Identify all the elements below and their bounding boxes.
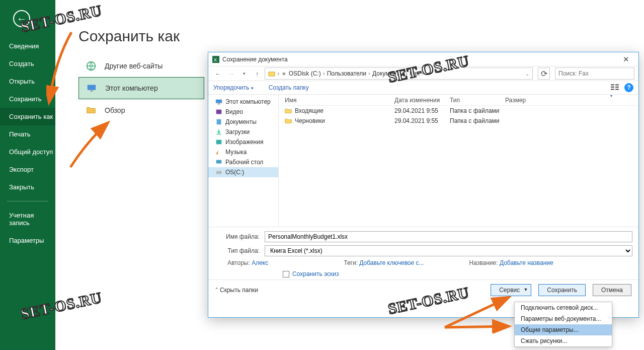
- docs-icon: [215, 118, 222, 125]
- nav-history-button[interactable]: ▾: [238, 68, 250, 79]
- address-bar[interactable]: › « OSDisk (C:)›Пользователи›Документы›F…: [265, 67, 533, 80]
- tree-item-7[interactable]: OS(C:): [208, 167, 278, 177]
- col-type[interactable]: Тип: [450, 97, 505, 104]
- nav-up-button[interactable]: ↑: [252, 68, 263, 79]
- title-label: Название:: [469, 259, 498, 266]
- chevron-down-icon: ▼: [523, 287, 528, 292]
- breadcrumb-3[interactable]: Fax: [409, 70, 421, 77]
- tools-menu-item-0[interactable]: Подключить сетевой диск...: [515, 302, 612, 313]
- svg-rect-12: [216, 100, 222, 103]
- authors-value[interactable]: Алекс: [252, 259, 268, 266]
- authors-label: Авторы:: [227, 259, 250, 266]
- col-name[interactable]: Имя: [279, 97, 394, 104]
- tree-item-1[interactable]: Видео: [208, 107, 278, 117]
- folder-icon: [268, 70, 275, 77]
- sidebar-item-2[interactable]: Открыть: [0, 73, 55, 90]
- location-pc[interactable]: Этот компьютер: [78, 77, 204, 99]
- chevron-right-icon: ›: [405, 70, 409, 77]
- save-button[interactable]: Сохранить: [538, 284, 586, 296]
- breadcrumb-prefix[interactable]: «: [281, 70, 287, 77]
- sidebar-item-b1[interactable]: Параметры: [0, 232, 55, 249]
- folder-icon: [285, 118, 292, 124]
- backstage-sidebar: ← СведенияСоздатьОткрытьСохранитьСохрани…: [0, 0, 55, 350]
- location-globe[interactable]: Другие веб-сайты: [78, 55, 204, 77]
- stage-title: Сохранить как: [78, 28, 644, 45]
- sidebar-item-b0[interactable]: Учетная запись: [0, 206, 55, 232]
- hide-folders-button[interactable]: ˄ Скрыть папки: [215, 287, 258, 294]
- arrow-left-icon: ←: [17, 13, 27, 25]
- svg-rect-8: [611, 89, 614, 90]
- sidebar-item-5[interactable]: Печать: [0, 125, 55, 143]
- tree-item-5[interactable]: Музыка: [208, 147, 278, 157]
- svg-rect-18: [216, 160, 222, 164]
- explorer-body: Этот компьютерВидеоДокументыЗагрузкиИзоб…: [208, 95, 638, 227]
- breadcrumb-2[interactable]: Документы: [371, 70, 405, 77]
- sidebar-item-7[interactable]: Экспорт: [0, 161, 55, 178]
- tags-label: Теги:: [344, 259, 358, 266]
- tools-menu[interactable]: Подключить сетевой диск...Параметры веб-…: [514, 302, 612, 347]
- new-folder-button[interactable]: Создать папку: [269, 84, 309, 91]
- breadcrumb-1[interactable]: Пользователи: [326, 70, 367, 77]
- globe-icon: [85, 60, 98, 72]
- organize-button[interactable]: Упорядочить ▾: [213, 84, 254, 91]
- metadata-row: Авторы: Алекс Теги: Добавьте ключевое с.…: [227, 259, 632, 266]
- sidebar-item-1[interactable]: Создать: [0, 55, 55, 73]
- tools-menu-item-3[interactable]: Сжать рисунки...: [515, 335, 612, 346]
- video-icon: [215, 108, 222, 115]
- save-thumbnail-checkbox[interactable]: [283, 271, 289, 277]
- svg-text:X: X: [214, 56, 217, 62]
- file-list: Имя Дата изменения Тип Размер Входящие29…: [279, 95, 638, 227]
- tree-item-3[interactable]: Загрузки: [208, 127, 278, 137]
- svg-rect-7: [611, 87, 614, 88]
- tree-item-6[interactable]: Рабочий стол: [208, 157, 278, 167]
- dialog-title-text: Сохранение документа: [222, 56, 288, 63]
- form-bar: Имя файла: Тип файла: Книга Excel (*.xls…: [208, 227, 638, 279]
- svg-rect-9: [615, 84, 619, 85]
- back-button[interactable]: ←: [13, 10, 30, 27]
- tree-item-2[interactable]: Документы: [208, 117, 278, 127]
- filetype-select[interactable]: Книга Excel (*.xlsx): [265, 245, 632, 256]
- sidebar-item-4[interactable]: Сохранить как: [0, 108, 55, 125]
- nav-row: ← → ▾ ↑ › « OSDisk (C:)›Пользователи›Док…: [208, 66, 638, 81]
- sidebar-item-3[interactable]: Сохранить: [0, 90, 55, 108]
- title-value[interactable]: Добавьте название: [500, 259, 553, 266]
- filename-input[interactable]: [265, 231, 632, 242]
- location-folder[interactable]: Обзор: [78, 99, 204, 121]
- tags-value[interactable]: Добавьте ключевое с...: [359, 259, 424, 266]
- music-icon: [215, 149, 222, 156]
- nav-back-button[interactable]: ←: [212, 68, 223, 79]
- desktop-icon: [215, 159, 222, 166]
- table-row[interactable]: Черновики29.04.2021 9:55Папка с файлами: [279, 116, 638, 126]
- svg-rect-2: [90, 91, 93, 92]
- chevron-up-icon: ˄: [215, 287, 218, 293]
- pc-icon: [85, 83, 98, 94]
- col-size[interactable]: Размер: [505, 97, 545, 104]
- column-headers[interactable]: Имя Дата изменения Тип Размер: [279, 95, 638, 106]
- help-button[interactable]: ?: [624, 83, 633, 92]
- tools-menu-item-2[interactable]: Общие параметры...: [515, 324, 612, 335]
- tools-menu-item-1[interactable]: Параметры веб-документа...: [515, 313, 612, 324]
- tools-button[interactable]: Сервис▼: [491, 284, 531, 296]
- nav-forward-button[interactable]: →: [225, 68, 236, 79]
- dialog-close-button[interactable]: ✕: [617, 55, 634, 64]
- view-options-button[interactable]: ▾: [610, 83, 619, 92]
- save-thumbnail-label[interactable]: Сохранить эскиз: [292, 270, 339, 277]
- folder-tree[interactable]: Этот компьютерВидеоДокументыЗагрузкиИзоб…: [208, 95, 279, 227]
- chevron-right-icon: ›: [421, 70, 425, 77]
- breadcrumb-0[interactable]: OSDisk (C:): [288, 70, 322, 77]
- addr-dropdown-icon[interactable]: ⌄: [525, 71, 529, 77]
- excel-icon: X: [212, 56, 219, 63]
- svg-rect-16: [217, 134, 221, 135]
- pc-icon: [215, 98, 222, 105]
- table-row[interactable]: Входящие29.04.2021 9:55Папка с файлами: [279, 106, 638, 116]
- col-date[interactable]: Дата изменения: [394, 97, 450, 104]
- svg-rect-1: [88, 85, 96, 90]
- sidebar-item-8[interactable]: Закрыть: [0, 178, 55, 196]
- cancel-button[interactable]: Отмена: [593, 284, 631, 296]
- search-input[interactable]: [555, 67, 634, 80]
- refresh-button[interactable]: ⟳: [538, 67, 550, 80]
- tree-item-0[interactable]: Этот компьютер: [208, 97, 278, 107]
- sidebar-item-6[interactable]: Общий доступ: [0, 143, 55, 161]
- sidebar-item-0[interactable]: Сведения: [0, 37, 55, 55]
- tree-item-4[interactable]: Изображения: [208, 137, 278, 147]
